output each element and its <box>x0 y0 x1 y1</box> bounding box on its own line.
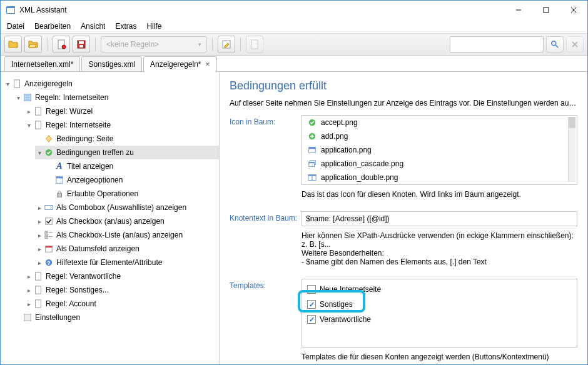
checkbox[interactable] <box>307 300 316 309</box>
rules-dropdown[interactable]: <keine Regeln> <box>101 36 207 52</box>
icon-item[interactable]: application_double.png <box>302 171 577 184</box>
menubar: Datei Bearbeiten Ansicht Extras Hilfe <box>1 19 587 33</box>
template-list: Neue Internetseite Sonstiges Verantwortl… <box>302 279 577 348</box>
tab-anzeigeregeln[interactable]: Anzeigeregeln*✕ <box>143 56 216 72</box>
svg-rect-35 <box>46 246 53 248</box>
svg-point-13 <box>552 41 556 46</box>
icon-list[interactable]: accept.png add.png application.png appli… <box>302 115 577 185</box>
icon-item[interactable]: add.png <box>302 129 577 143</box>
tree-regel-wurzel[interactable]: ▸Regel: Wurzel <box>24 104 219 118</box>
clear-search-button[interactable] <box>566 36 584 52</box>
tree-anzeigeoptionen[interactable]: Anzeigeoptionen <box>46 173 219 187</box>
template-item[interactable]: Sonstiges <box>302 297 577 312</box>
svg-rect-3 <box>544 8 549 12</box>
svg-rect-10 <box>79 45 83 48</box>
scrollbar[interactable] <box>568 117 575 182</box>
svg-rect-26 <box>56 177 63 179</box>
doc-button[interactable] <box>246 36 263 53</box>
tree-checkbox-liste[interactable]: ▸Als Checkbox-Liste (an/aus) anzeigen <box>35 228 219 242</box>
app-icon <box>6 5 16 15</box>
settings-icon <box>23 312 33 322</box>
combo-icon <box>44 202 54 212</box>
search-input[interactable] <box>450 36 544 52</box>
help-icon: ? <box>44 258 54 268</box>
tree-regel-sonstiges[interactable]: ▸Regel: Sonstiges... <box>24 283 219 297</box>
accept-icon <box>44 148 54 158</box>
close-button[interactable] <box>560 1 587 19</box>
form-pane: Bedingungen erfüllt Auf dieser Seite neh… <box>220 72 587 364</box>
svg-rect-9 <box>79 41 84 44</box>
template-item[interactable]: Verantwortliche <box>302 312 577 327</box>
doc-icon <box>12 79 22 89</box>
checkbox[interactable] <box>307 285 316 294</box>
tree-checkbox[interactable]: ▸Als Checkbox (an/aus) anzeigen <box>35 214 219 228</box>
help-templates: Templates die für diesen Konten angezeig… <box>302 352 577 361</box>
tree-root[interactable]: ▾Anzeigeregeln <box>3 77 219 91</box>
checkbox-icon <box>44 216 54 226</box>
titlebar: XML Assistant <box>1 1 587 19</box>
svg-rect-17 <box>14 80 20 88</box>
icon-item[interactable]: application.png <box>302 143 577 157</box>
tree-hilfetexte[interactable]: ▸?Hilfetexte für Elemente/Attribute <box>35 256 219 269</box>
svg-rect-27 <box>58 193 62 197</box>
app-double-icon <box>307 172 317 182</box>
rules-dropdown-label: <keine Regeln> <box>106 40 159 49</box>
menu-hilfe[interactable]: Hilfe <box>146 22 161 31</box>
checkbox[interactable] <box>307 315 316 324</box>
svg-point-7 <box>62 45 66 49</box>
window-title: XML Assistant <box>19 6 505 14</box>
checklist-icon <box>44 230 54 240</box>
application-icon <box>307 145 317 155</box>
tab-sonstiges[interactable]: Sonstiges.xml <box>81 56 142 72</box>
tree-regeln-internetseiten[interactable]: ▾Regeln: Internetseiten <box>14 91 219 104</box>
lock-icon <box>54 189 64 199</box>
calendar-icon <box>44 244 54 254</box>
icon-item[interactable]: application_cascade.png <box>302 157 577 171</box>
tree-titel-anzeigen[interactable]: ATitel anzeigen <box>46 159 219 173</box>
knotentext-input[interactable] <box>302 211 577 226</box>
svg-rect-1 <box>7 8 14 13</box>
label-icon: Icon in Baum: <box>230 115 302 126</box>
list-icon <box>23 92 33 102</box>
tree-bedingungen-treffen-zu[interactable]: ▾Bedingungen treffen zu <box>35 146 219 159</box>
minimize-button[interactable] <box>505 1 532 19</box>
new-doc-button[interactable] <box>53 36 70 53</box>
maximize-button[interactable] <box>532 1 560 19</box>
menu-bearbeiten[interactable]: Bearbeiten <box>34 22 71 31</box>
svg-rect-38 <box>36 272 41 280</box>
tree-datumsfeld[interactable]: ▸Als Datumsfeld anzeigen <box>35 242 219 256</box>
save-button[interactable] <box>73 36 90 53</box>
template-item[interactable]: Neue Internetseite <box>302 282 577 297</box>
page-icon <box>33 285 43 295</box>
tree-regel-account[interactable]: ▸Regel: Account <box>24 297 219 311</box>
menu-datei[interactable]: Datei <box>7 22 24 31</box>
svg-rect-48 <box>309 162 315 163</box>
form-desc: Auf dieser Seite nehmen Sie Einstellunge… <box>230 99 577 108</box>
open-button[interactable] <box>4 36 22 53</box>
tab-internetseiten[interactable]: Internetseiten.xml* <box>4 56 80 72</box>
close-icon[interactable]: ✕ <box>205 61 210 68</box>
help-icon-text: Das ist das Icon für diesen Knoten. Wird… <box>302 190 577 199</box>
menu-ansicht[interactable]: Ansicht <box>81 22 105 31</box>
tree-einstellungen[interactable]: Einstellungen <box>14 311 219 324</box>
page-icon <box>33 120 43 130</box>
tree-regel-internetseite[interactable]: ▾Regel: Internetseite <box>24 118 219 132</box>
tree-combobox[interactable]: ▸Als Combobox (Auswahlliste) anzeigen <box>35 201 219 214</box>
tree-erlaubte-operationen[interactable]: Erlaubte Operationen <box>46 187 219 201</box>
search-button[interactable] <box>546 36 564 52</box>
tree-regel-verantwortliche[interactable]: ▸Regel: Verantwortliche <box>24 269 219 283</box>
svg-text:?: ? <box>47 260 50 266</box>
open2-button[interactable] <box>24 36 42 53</box>
svg-rect-45 <box>309 148 316 149</box>
svg-rect-41 <box>24 314 31 321</box>
menu-extras[interactable]: Extras <box>115 22 136 31</box>
help-knot: Hier können Sie XPath-Ausdrücke verwende… <box>302 231 577 266</box>
font-icon: A <box>54 161 64 171</box>
svg-rect-39 <box>36 286 41 294</box>
window-icon <box>54 175 64 185</box>
svg-rect-29 <box>46 218 53 225</box>
tree-bedingung-seite[interactable]: Bedingung: Seite <box>35 132 219 146</box>
form-heading: Bedingungen erfüllt <box>230 79 577 92</box>
icon-item[interactable]: accept.png <box>302 116 577 129</box>
edit-button[interactable] <box>218 36 235 53</box>
